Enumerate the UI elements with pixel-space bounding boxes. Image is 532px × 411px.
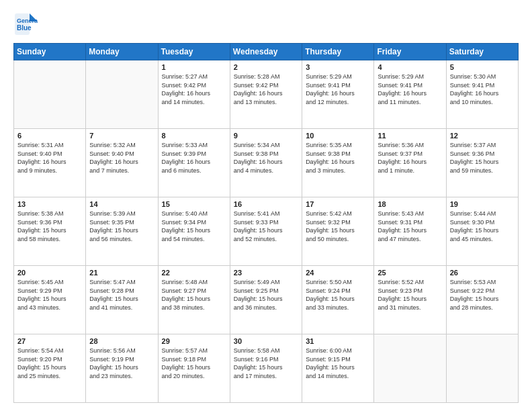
day-number: 28	[89, 337, 154, 345]
day-info: Sunrise: 5:40 AM Sunset: 9:34 PM Dayligh…	[162, 210, 226, 243]
day-info: Sunrise: 5:43 AM Sunset: 9:31 PM Dayligh…	[378, 210, 442, 243]
calendar-cell	[14, 60, 86, 129]
day-info: Sunrise: 5:31 AM Sunset: 9:40 PM Dayligh…	[17, 141, 82, 175]
day-info: Sunrise: 5:37 AM Sunset: 9:36 PM Dayligh…	[450, 141, 515, 175]
col-header-thursday: Thursday	[302, 44, 374, 60]
day-info: Sunrise: 5:56 AM Sunset: 9:19 PM Dayligh…	[89, 347, 154, 380]
day-info: Sunrise: 5:52 AM Sunset: 9:23 PM Dayligh…	[378, 278, 442, 312]
col-header-friday: Friday	[374, 44, 446, 60]
calendar-cell: 25Sunrise: 5:52 AM Sunset: 9:23 PM Dayli…	[374, 266, 446, 334]
day-info: Sunrise: 6:00 AM Sunset: 9:15 PM Dayligh…	[306, 347, 370, 380]
calendar-cell: 13Sunrise: 5:38 AM Sunset: 9:36 PM Dayli…	[14, 197, 86, 266]
calendar-cell	[374, 334, 446, 403]
day-info: Sunrise: 5:28 AM Sunset: 9:42 PM Dayligh…	[234, 73, 298, 106]
day-info: Sunrise: 5:34 AM Sunset: 9:38 PM Dayligh…	[234, 141, 298, 175]
day-number: 7	[89, 132, 154, 140]
day-number: 21	[89, 269, 154, 277]
day-number: 2	[234, 63, 298, 71]
calendar-cell	[86, 60, 158, 129]
day-info: Sunrise: 5:49 AM Sunset: 9:25 PM Dayligh…	[234, 278, 298, 312]
day-number: 8	[162, 132, 226, 140]
day-number: 3	[306, 63, 370, 71]
day-number: 26	[450, 269, 515, 277]
calendar-cell: 26Sunrise: 5:53 AM Sunset: 9:22 PM Dayli…	[446, 266, 518, 334]
day-info: Sunrise: 5:38 AM Sunset: 9:36 PM Dayligh…	[17, 210, 82, 243]
day-number: 23	[234, 269, 298, 277]
calendar-cell: 11Sunrise: 5:36 AM Sunset: 9:37 PM Dayli…	[374, 129, 446, 197]
day-number: 4	[378, 63, 442, 71]
calendar-cell: 8Sunrise: 5:33 AM Sunset: 9:39 PM Daylig…	[158, 129, 230, 197]
day-info: Sunrise: 5:27 AM Sunset: 9:42 PM Dayligh…	[162, 73, 226, 106]
calendar-cell: 23Sunrise: 5:49 AM Sunset: 9:25 PM Dayli…	[230, 266, 302, 334]
calendar-cell: 14Sunrise: 5:39 AM Sunset: 9:35 PM Dayli…	[86, 197, 158, 266]
day-info: Sunrise: 5:50 AM Sunset: 9:24 PM Dayligh…	[306, 278, 370, 312]
calendar-week-row: 20Sunrise: 5:45 AM Sunset: 9:29 PM Dayli…	[14, 266, 519, 334]
day-number: 31	[306, 337, 370, 345]
calendar-cell: 20Sunrise: 5:45 AM Sunset: 9:29 PM Dayli…	[14, 266, 86, 334]
calendar-week-row: 27Sunrise: 5:54 AM Sunset: 9:20 PM Dayli…	[14, 334, 519, 403]
day-number: 20	[17, 269, 82, 277]
calendar-week-row: 1Sunrise: 5:27 AM Sunset: 9:42 PM Daylig…	[14, 60, 519, 129]
calendar-cell: 31Sunrise: 6:00 AM Sunset: 9:15 PM Dayli…	[302, 334, 374, 403]
day-info: Sunrise: 5:54 AM Sunset: 9:20 PM Dayligh…	[17, 347, 82, 380]
calendar-cell: 19Sunrise: 5:44 AM Sunset: 9:30 PM Dayli…	[446, 197, 518, 266]
day-number: 30	[234, 337, 298, 345]
day-info: Sunrise: 5:48 AM Sunset: 9:27 PM Dayligh…	[162, 278, 226, 312]
day-info: Sunrise: 5:58 AM Sunset: 9:16 PM Dayligh…	[234, 347, 298, 380]
calendar-cell: 16Sunrise: 5:41 AM Sunset: 9:33 PM Dayli…	[230, 197, 302, 266]
day-info: Sunrise: 5:33 AM Sunset: 9:39 PM Dayligh…	[162, 141, 226, 175]
day-number: 27	[17, 337, 82, 345]
day-number: 5	[450, 63, 515, 71]
calendar-cell: 3Sunrise: 5:29 AM Sunset: 9:41 PM Daylig…	[302, 60, 374, 129]
logo-wrap: GeneralBlue	[13, 12, 38, 36]
calendar-cell: 29Sunrise: 5:57 AM Sunset: 9:18 PM Dayli…	[158, 334, 230, 403]
calendar-cell: 9Sunrise: 5:34 AM Sunset: 9:38 PM Daylig…	[230, 129, 302, 197]
logo: GeneralBlue	[13, 12, 38, 36]
calendar-cell: 21Sunrise: 5:47 AM Sunset: 9:28 PM Dayli…	[86, 266, 158, 334]
calendar-cell: 28Sunrise: 5:56 AM Sunset: 9:19 PM Dayli…	[86, 334, 158, 403]
day-number: 9	[234, 132, 298, 140]
col-header-saturday: Saturday	[446, 44, 518, 60]
day-info: Sunrise: 5:57 AM Sunset: 9:18 PM Dayligh…	[162, 347, 226, 380]
day-info: Sunrise: 5:44 AM Sunset: 9:30 PM Dayligh…	[450, 210, 515, 243]
day-info: Sunrise: 5:42 AM Sunset: 9:32 PM Dayligh…	[306, 210, 370, 243]
col-header-monday: Monday	[86, 44, 158, 60]
day-info: Sunrise: 5:30 AM Sunset: 9:41 PM Dayligh…	[450, 73, 515, 106]
day-number: 15	[162, 200, 226, 208]
calendar-cell: 4Sunrise: 5:29 AM Sunset: 9:41 PM Daylig…	[374, 60, 446, 129]
day-info: Sunrise: 5:45 AM Sunset: 9:29 PM Dayligh…	[17, 278, 82, 312]
svg-text:Blue: Blue	[17, 24, 32, 32]
day-number: 1	[162, 63, 226, 71]
day-number: 22	[162, 269, 226, 277]
day-number: 14	[89, 200, 154, 208]
calendar-cell: 5Sunrise: 5:30 AM Sunset: 9:41 PM Daylig…	[446, 60, 518, 129]
calendar-cell: 1Sunrise: 5:27 AM Sunset: 9:42 PM Daylig…	[158, 60, 230, 129]
header: GeneralBlue	[13, 12, 519, 36]
logo-svg: GeneralBlue	[13, 12, 38, 36]
calendar-header-row: SundayMondayTuesdayWednesdayThursdayFrid…	[14, 44, 519, 60]
calendar-cell: 17Sunrise: 5:42 AM Sunset: 9:32 PM Dayli…	[302, 197, 374, 266]
day-number: 25	[378, 269, 442, 277]
day-info: Sunrise: 5:39 AM Sunset: 9:35 PM Dayligh…	[89, 210, 154, 243]
day-info: Sunrise: 5:36 AM Sunset: 9:37 PM Dayligh…	[378, 141, 442, 175]
calendar-table: SundayMondayTuesdayWednesdayThursdayFrid…	[13, 43, 519, 403]
day-number: 19	[450, 200, 515, 208]
calendar-week-row: 13Sunrise: 5:38 AM Sunset: 9:36 PM Dayli…	[14, 197, 519, 266]
day-number: 10	[306, 132, 370, 140]
page: GeneralBlue SundayMondayTuesdayWednesday…	[0, 0, 532, 411]
calendar-cell: 24Sunrise: 5:50 AM Sunset: 9:24 PM Dayli…	[302, 266, 374, 334]
day-info: Sunrise: 5:35 AM Sunset: 9:38 PM Dayligh…	[306, 141, 370, 175]
day-number: 12	[450, 132, 515, 140]
day-info: Sunrise: 5:29 AM Sunset: 9:41 PM Dayligh…	[378, 73, 442, 106]
day-number: 18	[378, 200, 442, 208]
day-info: Sunrise: 5:47 AM Sunset: 9:28 PM Dayligh…	[89, 278, 154, 312]
svg-text:General: General	[17, 17, 38, 24]
calendar-cell: 12Sunrise: 5:37 AM Sunset: 9:36 PM Dayli…	[446, 129, 518, 197]
calendar-cell: 15Sunrise: 5:40 AM Sunset: 9:34 PM Dayli…	[158, 197, 230, 266]
day-number: 17	[306, 200, 370, 208]
calendar-cell: 22Sunrise: 5:48 AM Sunset: 9:27 PM Dayli…	[158, 266, 230, 334]
calendar-week-row: 6Sunrise: 5:31 AM Sunset: 9:40 PM Daylig…	[14, 129, 519, 197]
calendar-cell: 10Sunrise: 5:35 AM Sunset: 9:38 PM Dayli…	[302, 129, 374, 197]
col-header-tuesday: Tuesday	[158, 44, 230, 60]
col-header-wednesday: Wednesday	[230, 44, 302, 60]
